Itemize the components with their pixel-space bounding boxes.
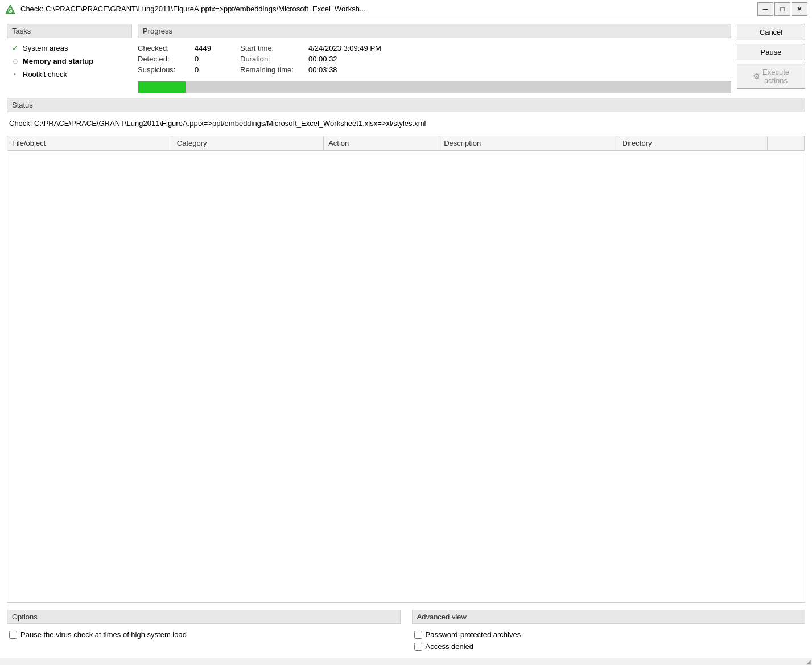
minimize-button[interactable]: ─ — [757, 2, 773, 16]
progress-bar-fill — [138, 81, 186, 93]
password-protected-row: Password-protected archives — [412, 629, 806, 641]
task-item-rootkit-check[interactable]: • Rootkit check — [7, 68, 132, 81]
cancel-button[interactable]: Cancel — [737, 24, 805, 40]
execute-actions-button[interactable]: ⚙ Executeactions — [737, 64, 805, 89]
app-icon: G — [5, 3, 16, 15]
detected-value: 0 — [195, 55, 240, 63]
options-header: Options — [7, 610, 401, 624]
bullet-icon: • — [10, 71, 19, 77]
task-item-system-areas[interactable]: ✓ System areas — [7, 42, 132, 55]
buttons-panel: Cancel Pause ⚙ Executeactions — [737, 24, 805, 93]
col-action: Action — [324, 136, 439, 151]
suspicious-label: Suspicious: — [138, 65, 195, 74]
bottom-section: Options Pause the virus check at times o… — [7, 607, 805, 652]
svg-text:G: G — [8, 7, 13, 14]
restore-button[interactable]: □ — [774, 2, 790, 16]
gear-icon: ⚙ — [753, 72, 760, 81]
password-protected-label: Password-protected archives — [426, 630, 521, 639]
title-bar: G Check: C:\PRACE\PRACE\GRANT\Lung2011\F… — [0, 0, 812, 18]
task-label-rootkit-check: Rootkit check — [23, 70, 67, 79]
resize-area: ◢ — [0, 658, 812, 665]
advanced-view-panel: Advanced view Password-protected archive… — [412, 610, 806, 652]
remaining-label: Remaining time: — [240, 65, 308, 74]
window-controls: ─ □ ✕ — [757, 2, 807, 16]
access-denied-row: Access denied — [412, 641, 806, 652]
pause-high-load-label: Pause the virus check at times of high s… — [20, 630, 187, 639]
pause-button[interactable]: Pause — [737, 44, 805, 60]
tasks-panel: Tasks ✓ System areas ◌ Memory and startu… — [7, 24, 132, 93]
checked-label: Checked: — [138, 44, 195, 52]
duration-label: Duration: — [240, 55, 308, 63]
progress-header: Progress — [138, 24, 731, 38]
access-denied-label: Access denied — [426, 642, 474, 651]
status-section: Status Check: C:\PRACE\PRACE\GRANT\Lung2… — [7, 98, 805, 131]
advanced-view-header: Advanced view — [412, 610, 806, 624]
execute-label: Executeactions — [762, 68, 789, 85]
col-extra — [768, 136, 805, 151]
col-file-object: File/object — [7, 136, 172, 151]
progress-panel: Progress Checked: 4449 Start time: 4/24/… — [138, 24, 731, 93]
task-label-system-areas: System areas — [23, 44, 68, 52]
tasks-header: Tasks — [7, 24, 132, 38]
task-item-memory-startup[interactable]: ◌ Memory and startup — [7, 55, 132, 68]
duration-value: 00:00:32 — [308, 55, 399, 63]
circle-icon: ◌ — [10, 58, 19, 64]
status-header: Status — [7, 98, 805, 112]
main-content: Tasks ✓ System areas ◌ Memory and startu… — [0, 18, 812, 658]
col-description: Description — [439, 136, 617, 151]
resize-icon: ◢ — [806, 659, 811, 665]
password-protected-checkbox[interactable] — [414, 631, 422, 639]
top-section: Tasks ✓ System areas ◌ Memory and startu… — [7, 24, 805, 93]
start-time-value: 4/24/2023 3:09:49 PM — [308, 44, 399, 52]
pause-high-load-row: Pause the virus check at times of high s… — [7, 629, 401, 641]
col-directory: Directory — [617, 136, 768, 151]
progress-bar-container — [138, 81, 731, 93]
window-title: Check: C:\PRACE\PRACE\GRANT\Lung2011\Fig… — [20, 5, 757, 13]
suspicious-value: 0 — [195, 65, 240, 74]
results-table: File/object Category Action Description … — [7, 136, 805, 151]
close-button[interactable]: ✕ — [792, 2, 807, 16]
pause-high-load-checkbox[interactable] — [9, 631, 17, 639]
options-panel: Options Pause the virus check at times o… — [7, 610, 401, 652]
check-icon: ✓ — [10, 44, 19, 52]
task-label-memory-startup: Memory and startup — [23, 57, 93, 65]
start-time-label: Start time: — [240, 44, 308, 52]
detected-label: Detected: — [138, 55, 195, 63]
progress-grid: Checked: 4449 Start time: 4/24/2023 3:09… — [138, 42, 731, 79]
status-text: Check: C:\PRACE\PRACE\GRANT\Lung2011\Fig… — [7, 116, 805, 131]
results-table-container: File/object Category Action Description … — [7, 136, 805, 603]
table-header-row: File/object Category Action Description … — [7, 136, 805, 151]
col-category: Category — [172, 136, 323, 151]
remaining-value: 00:03:38 — [308, 65, 399, 74]
checked-value: 4449 — [195, 44, 240, 52]
access-denied-checkbox[interactable] — [414, 643, 422, 651]
